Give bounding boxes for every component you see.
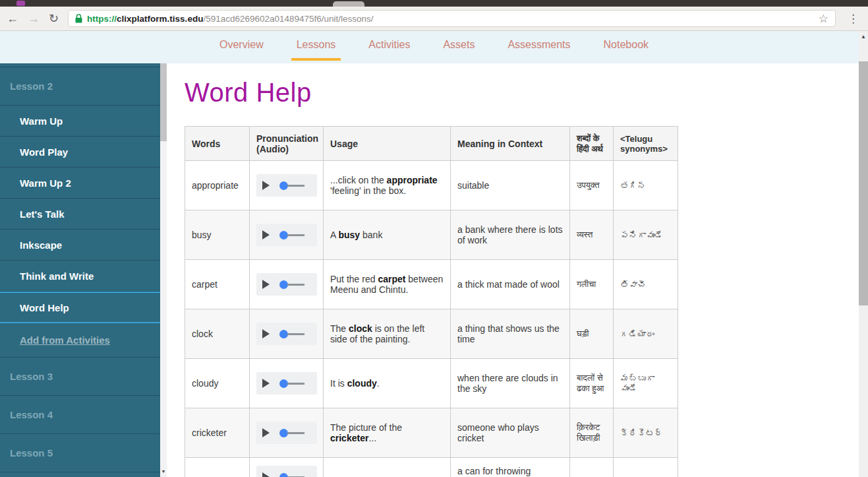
browser-tab[interactable] — [333, 1, 364, 7]
column-header: Pronunciation (Audio) — [250, 127, 324, 161]
table-row: cricketerThe picture of the cricketer...… — [185, 408, 678, 458]
telugu-synonym-cell — [614, 458, 678, 477]
sidebar-item-lesson-3[interactable]: Lesson 3 — [0, 358, 160, 396]
table-row: clockThe clock is on the left side of th… — [185, 309, 678, 359]
audio-cell — [250, 161, 324, 210]
usage-cell: ...click on the appropriate 'feeling' in… — [324, 161, 451, 210]
audio-cell — [250, 260, 324, 309]
page-scrollbar-thumb[interactable] — [859, 61, 868, 305]
sidebar-scrollbar-thumb[interactable] — [160, 63, 167, 141]
telugu-synonym-cell: పనిగావుండే — [614, 210, 678, 260]
tab-assets[interactable]: Assets — [438, 31, 480, 61]
play-icon[interactable] — [262, 379, 270, 388]
column-header: शब्दों के हिंदी अर्थ — [570, 127, 614, 161]
play-icon[interactable] — [262, 428, 270, 437]
sidebar-scrollbar[interactable]: ▼ — [160, 63, 167, 477]
word-cell: appropriate — [185, 161, 250, 210]
sidebar-item-lesson-4[interactable]: Lesson 4 — [0, 396, 160, 434]
play-icon[interactable] — [262, 472, 270, 477]
audio-slider-track — [287, 432, 304, 434]
usage-cell: The picture of the cricketer... — [324, 408, 451, 458]
forward-button[interactable]: → — [28, 13, 40, 24]
telugu-synonym-cell: క్రికెటర్ — [614, 408, 678, 458]
sidebar-item-inkscape[interactable]: Inkscape — [0, 230, 160, 261]
tab-overview[interactable]: Overview — [214, 31, 269, 61]
word-cell: busy — [185, 210, 250, 260]
audio-player[interactable] — [256, 372, 317, 395]
tab-assessments[interactable]: Assessments — [502, 31, 575, 61]
audio-player[interactable] — [256, 323, 317, 345]
meaning-cell: suitable — [451, 161, 570, 210]
sidebar-item-lesson-5[interactable]: Lesson 5 — [0, 434, 160, 472]
tab-lessons[interactable]: Lessons — [291, 31, 341, 61]
hindi-meaning-cell: बादलों से ढका हुआ — [570, 359, 614, 408]
url-text: https://clixplatform.tiss.edu/591acd6269… — [87, 14, 374, 24]
word-cell: cloudy — [185, 359, 250, 408]
usage-cell — [324, 458, 451, 477]
audio-player[interactable] — [256, 273, 317, 296]
sidebar-item-word-play[interactable]: Word Play — [0, 137, 160, 168]
browser-menu-icon[interactable]: ⋮ — [845, 12, 861, 26]
url-scheme: https:// — [87, 14, 117, 24]
table-body: appropriate...click on the appropriate '… — [185, 161, 678, 477]
play-icon[interactable] — [262, 230, 270, 239]
audio-cell — [250, 210, 324, 260]
table-row: a can for throwing — [185, 458, 678, 477]
lesson-content: Word Help WordsPronunciation (Audio)Usag… — [167, 63, 859, 477]
page-scrollbar[interactable]: ▲ — [859, 31, 868, 477]
url-domain: clixplatform.tiss.edu — [117, 14, 203, 24]
sidebar-item-warm-up-2[interactable]: Warm Up 2 — [0, 168, 160, 199]
usage-cell: A busy bank — [324, 210, 451, 260]
table-row: cloudyIt is cloudy.when there are clouds… — [185, 359, 678, 408]
reload-button[interactable]: ↻ — [49, 13, 59, 24]
usage-cell: Put the red carpet between Meenu and Chi… — [324, 260, 451, 309]
sidebar-item-think-and-write[interactable]: Think and Write — [0, 261, 160, 292]
nav-tabs: OverviewLessonsActivitiesAssetsAssessmen… — [0, 31, 859, 63]
browser-tabstrip — [0, 0, 868, 7]
app-icon — [16, 1, 25, 6]
play-icon[interactable] — [262, 181, 270, 190]
sidebar-item-warm-up[interactable]: Warm Up — [0, 106, 160, 137]
usage-cell: The clock is on the left side of the pai… — [324, 309, 451, 359]
sidebar-item-let-s-talk[interactable]: Let's Talk — [0, 199, 160, 230]
audio-player[interactable] — [256, 174, 317, 197]
lessons-sidebar: Lesson 2Warm UpWord PlayWarm Up 2Let's T… — [0, 63, 167, 477]
hindi-meaning-cell: गलीचा — [570, 260, 614, 309]
word-cell: cricketer — [185, 408, 250, 458]
audio-cell — [250, 408, 324, 458]
telugu-synonym-cell: తగిన — [614, 161, 678, 210]
scroll-up-icon[interactable]: ▲ — [859, 31, 868, 42]
url-path: /591acd6269602a01489475f6/unit/lessons/ — [203, 14, 373, 24]
scroll-down-icon[interactable]: ▼ — [160, 466, 167, 476]
audio-slider-track — [287, 284, 304, 286]
table-row: appropriate...click on the appropriate '… — [185, 161, 678, 210]
audio-slider-track — [287, 234, 304, 236]
tab-notebook[interactable]: Notebook — [598, 31, 654, 61]
sidebar-item-add-from-activities[interactable]: Add from Activities — [0, 323, 160, 358]
audio-player[interactable] — [256, 466, 317, 477]
audio-player[interactable] — [256, 422, 317, 444]
back-button[interactable]: ← — [7, 13, 18, 24]
play-icon[interactable] — [262, 280, 270, 289]
word-cell — [185, 458, 250, 477]
word-cell: clock — [185, 309, 250, 359]
bookmark-star-icon[interactable]: ☆ — [819, 12, 828, 26]
audio-cell — [250, 309, 324, 359]
url-bar[interactable]: https://clixplatform.tiss.edu/591acd6269… — [68, 10, 836, 27]
audio-slider-track — [287, 333, 304, 335]
audio-player[interactable] — [256, 224, 317, 246]
column-header: Usage — [324, 127, 451, 161]
meaning-cell: a can for throwing — [451, 458, 570, 477]
word-help-table: WordsPronunciation (Audio)UsageMeaning i… — [185, 126, 678, 477]
table-header-row: WordsPronunciation (Audio)UsageMeaning i… — [185, 127, 678, 161]
audio-cell — [250, 359, 324, 408]
column-header: <Telugu synonyms> — [614, 127, 678, 161]
play-icon[interactable] — [262, 329, 270, 338]
sidebar-item-lesson-2[interactable]: Lesson 2 — [0, 67, 160, 106]
hindi-meaning-cell: उपयुक्त — [570, 161, 614, 210]
audio-slider-track — [287, 185, 304, 187]
table-row: carpetPut the red carpet between Meenu a… — [185, 260, 678, 309]
tab-activities[interactable]: Activities — [363, 31, 415, 61]
meaning-cell: a thing that shows us the time — [451, 309, 570, 359]
sidebar-item-word-help[interactable]: Word Help — [0, 292, 160, 323]
